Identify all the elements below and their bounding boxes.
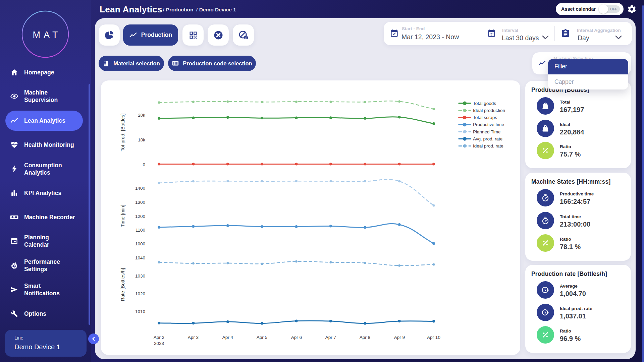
svg-text:0: 0 bbox=[143, 162, 145, 167]
svg-text:2023: 2023 bbox=[154, 341, 164, 346]
svg-text:Ideal prod. rate: Ideal prod. rate bbox=[473, 143, 503, 148]
svg-text:1010: 1010 bbox=[135, 309, 145, 314]
svg-text:Total goods: Total goods bbox=[473, 101, 496, 106]
svg-text:Apr 3: Apr 3 bbox=[188, 335, 199, 340]
svg-text:1000: 1000 bbox=[135, 241, 145, 246]
svg-text:1030: 1030 bbox=[135, 274, 145, 279]
svg-text:Apr 6: Apr 6 bbox=[291, 335, 302, 340]
svg-text:Apr 8: Apr 8 bbox=[360, 335, 370, 340]
svg-text:10k: 10k bbox=[138, 137, 145, 142]
svg-text:Time [min]: Time [min] bbox=[120, 204, 125, 227]
svg-text:Productive time: Productive time bbox=[473, 122, 504, 127]
svg-text:Rate [Bottles/h]: Rate [Bottles/h] bbox=[120, 268, 125, 301]
svg-text:1040: 1040 bbox=[135, 255, 145, 260]
svg-text:Total scraps: Total scraps bbox=[473, 115, 497, 120]
svg-text:Apr 10: Apr 10 bbox=[427, 335, 440, 340]
svg-text:Apr 7: Apr 7 bbox=[325, 335, 336, 340]
svg-text:Tot prod. [Bottles]: Tot prod. [Bottles] bbox=[120, 114, 125, 152]
svg-text:1300: 1300 bbox=[135, 200, 145, 205]
svg-text:Avg. prod. rate: Avg. prod. rate bbox=[473, 136, 502, 141]
svg-text:20k: 20k bbox=[138, 113, 145, 118]
svg-text:1400: 1400 bbox=[135, 186, 145, 191]
svg-text:Ideal production: Ideal production bbox=[473, 108, 505, 113]
svg-text:MAT: MAT bbox=[33, 30, 61, 40]
svg-text:Apr 5: Apr 5 bbox=[257, 335, 267, 340]
svg-text:1100: 1100 bbox=[136, 228, 145, 233]
svg-text:Apr 4: Apr 4 bbox=[222, 335, 233, 340]
svg-text:1020: 1020 bbox=[135, 291, 145, 296]
svg-text:1200: 1200 bbox=[135, 214, 145, 219]
svg-text:Apr 2: Apr 2 bbox=[154, 335, 164, 340]
svg-text:Planned Time: Planned Time bbox=[473, 129, 501, 134]
svg-text:Apr 9: Apr 9 bbox=[394, 335, 405, 340]
